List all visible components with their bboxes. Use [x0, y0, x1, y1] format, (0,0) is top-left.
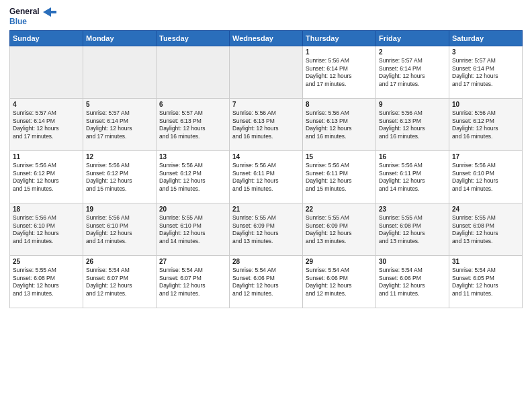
day-info-line: Sunrise: 5:56 AM: [86, 162, 153, 169]
day-info-line: Sunset: 6:13 PM: [159, 118, 226, 125]
calendar-cell: [157, 46, 230, 99]
day-info-line: and 15 minutes.: [306, 185, 373, 193]
day-number: 21: [232, 205, 300, 213]
day-info-line: Daylight: 12 hours: [379, 230, 446, 237]
day-info-line: Sunrise: 5:56 AM: [86, 214, 153, 222]
calendar-cell: 24Sunrise: 5:55 AMSunset: 6:08 PMDayligh…: [449, 203, 523, 256]
day-info-line: Daylight: 12 hours: [306, 73, 373, 80]
day-number: 16: [379, 153, 446, 161]
day-info-line: Sunset: 6:14 PM: [86, 118, 153, 125]
day-number: 27: [159, 258, 226, 265]
day-info-line: Sunset: 6:05 PM: [452, 275, 519, 282]
day-number: 11: [13, 153, 80, 161]
day-number: 31: [452, 258, 519, 265]
day-info-line: and 13 minutes.: [306, 238, 373, 245]
svg-marker-0: [43, 7, 56, 17]
day-info-line: Sunrise: 5:54 AM: [452, 267, 519, 274]
day-info-line: Daylight: 12 hours: [452, 125, 519, 132]
day-info-line: and 16 minutes.: [232, 133, 300, 140]
day-info-line: Sunset: 6:10 PM: [13, 222, 80, 230]
day-info-line: Daylight: 12 hours: [13, 177, 80, 185]
day-info-line: Sunset: 6:13 PM: [379, 118, 446, 125]
day-info-line: Daylight: 12 hours: [379, 73, 446, 80]
day-info-line: Daylight: 12 hours: [306, 125, 373, 132]
day-info-line: and 12 minutes.: [159, 290, 226, 298]
day-info-line: and 13 minutes.: [379, 238, 446, 245]
calendar-cell: 23Sunrise: 5:55 AMSunset: 6:08 PMDayligh…: [376, 203, 449, 256]
calendar-cell: 13Sunrise: 5:56 AMSunset: 6:12 PMDayligh…: [157, 151, 230, 203]
day-info-line: Sunrise: 5:56 AM: [232, 109, 300, 117]
day-info-line: and 12 minutes.: [86, 290, 153, 298]
day-info-line: Sunrise: 5:54 AM: [379, 267, 446, 274]
day-info-line: Sunset: 6:10 PM: [86, 222, 153, 230]
calendar-cell: [83, 46, 157, 99]
day-info-line: Sunrise: 5:56 AM: [306, 162, 373, 169]
day-info-line: Daylight: 12 hours: [13, 125, 80, 132]
day-number: 5: [86, 101, 153, 108]
day-info-line: Sunset: 6:13 PM: [306, 118, 373, 125]
day-info-line: Sunrise: 5:57 AM: [13, 109, 80, 117]
day-info-line: Sunrise: 5:56 AM: [13, 214, 80, 222]
day-number: 7: [232, 101, 300, 108]
header-row: SundayMondayTuesdayWednesdayThursdayFrid…: [10, 31, 523, 46]
day-info-line: and 15 minutes.: [13, 185, 80, 193]
day-number: 15: [306, 153, 373, 161]
day-info-line: Sunrise: 5:56 AM: [13, 162, 80, 169]
calendar-cell: 19Sunrise: 5:56 AMSunset: 6:10 PMDayligh…: [83, 203, 157, 256]
calendar-cell: 9Sunrise: 5:56 AMSunset: 6:13 PMDaylight…: [376, 99, 449, 151]
day-number: 18: [13, 205, 80, 213]
day-info-line: Daylight: 12 hours: [306, 282, 373, 289]
day-number: 2: [379, 48, 446, 56]
day-info-line: Sunrise: 5:56 AM: [452, 109, 519, 117]
day-number: 12: [86, 153, 153, 161]
day-number: 17: [452, 153, 519, 161]
calendar-cell: 10Sunrise: 5:56 AMSunset: 6:12 PMDayligh…: [449, 99, 523, 151]
calendar-cell: [230, 46, 303, 99]
day-info-line: Sunset: 6:12 PM: [452, 118, 519, 125]
day-info-line: and 15 minutes.: [232, 185, 300, 193]
day-info-line: Sunset: 6:07 PM: [159, 275, 226, 282]
day-info-line: Sunrise: 5:57 AM: [159, 109, 226, 117]
day-info-line: Daylight: 12 hours: [379, 282, 446, 289]
calendar-header: SundayMondayTuesdayWednesdayThursdayFrid…: [10, 31, 523, 46]
day-info-line: Daylight: 12 hours: [159, 177, 226, 185]
week-row-5: 25Sunrise: 5:55 AMSunset: 6:08 PMDayligh…: [10, 256, 523, 308]
calendar-cell: 8Sunrise: 5:56 AMSunset: 6:13 PMDaylight…: [303, 99, 376, 151]
day-info-line: and 17 minutes.: [379, 81, 446, 88]
day-info-line: Sunset: 6:09 PM: [306, 222, 373, 230]
day-info-line: Sunset: 6:14 PM: [306, 65, 373, 73]
calendar-cell: 15Sunrise: 5:56 AMSunset: 6:11 PMDayligh…: [303, 151, 376, 203]
day-info-line: Sunset: 6:10 PM: [452, 170, 519, 177]
day-info-line: Sunrise: 5:56 AM: [452, 162, 519, 169]
calendar-cell: 4Sunrise: 5:57 AMSunset: 6:14 PMDaylight…: [10, 99, 83, 151]
day-info-line: Sunset: 6:12 PM: [13, 170, 80, 177]
day-info-line: and 16 minutes.: [379, 133, 446, 140]
day-info-line: Daylight: 12 hours: [232, 230, 300, 237]
day-number: 19: [86, 205, 153, 213]
day-info-line: Sunrise: 5:56 AM: [306, 57, 373, 64]
day-info-line: and 14 minutes.: [13, 238, 80, 245]
day-info-line: and 17 minutes.: [13, 133, 80, 140]
day-info-line: Daylight: 12 hours: [13, 230, 80, 237]
day-info-line: Daylight: 12 hours: [159, 282, 226, 289]
day-info-line: Sunset: 6:11 PM: [232, 170, 300, 177]
day-info-line: Sunset: 6:08 PM: [13, 275, 80, 282]
day-number: 26: [86, 258, 153, 265]
week-row-2: 4Sunrise: 5:57 AMSunset: 6:14 PMDaylight…: [10, 99, 523, 151]
calendar-cell: [10, 46, 83, 99]
calendar-cell: 6Sunrise: 5:57 AMSunset: 6:13 PMDaylight…: [157, 99, 230, 151]
day-number: 22: [306, 205, 373, 213]
day-info-line: Daylight: 12 hours: [232, 125, 300, 132]
day-number: 24: [452, 205, 519, 213]
day-info-line: Sunrise: 5:55 AM: [452, 214, 519, 222]
day-info-line: Sunset: 6:14 PM: [379, 65, 446, 73]
calendar-cell: 21Sunrise: 5:55 AMSunset: 6:09 PMDayligh…: [230, 203, 303, 256]
header-day-sunday: Sunday: [10, 31, 83, 46]
header-day-friday: Friday: [376, 31, 449, 46]
day-info-line: Sunset: 6:12 PM: [159, 170, 226, 177]
day-number: 30: [379, 258, 446, 265]
day-info-line: and 17 minutes.: [452, 81, 519, 88]
day-number: 9: [379, 101, 446, 108]
calendar-cell: 30Sunrise: 5:54 AMSunset: 6:06 PMDayligh…: [376, 256, 449, 308]
calendar-cell: 29Sunrise: 5:54 AMSunset: 6:06 PMDayligh…: [303, 256, 376, 308]
